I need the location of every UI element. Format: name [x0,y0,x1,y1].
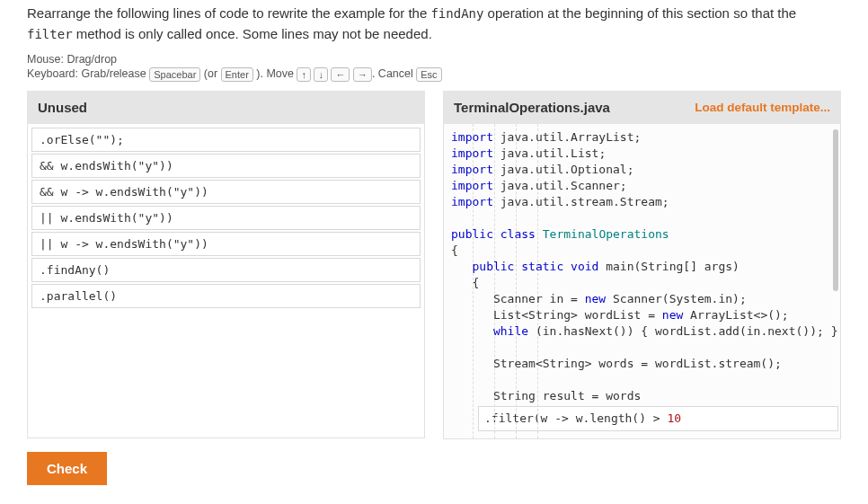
code-panel: TerminalOperations.java Load default tem… [443,91,841,439]
key-right: → [353,67,372,82]
unused-title: Unused [38,100,87,115]
unused-panel: Unused .orElse(""); && w.endsWith("y")) … [27,91,425,439]
drag-item[interactable]: && w -> w.endsWith("y")) [31,180,421,204]
code-line: String result = words [451,388,838,404]
key-enter: Enter [221,67,253,82]
code-line: import java.util.stream.Stream; [451,194,838,210]
unused-panel-header: Unused [27,91,425,124]
code-findany: findAny [430,6,483,21]
file-title: TerminalOperations.java [454,100,610,115]
code-line: Scanner in = new Scanner(System.in); [451,291,838,307]
code-drop-zone[interactable]: import java.util.ArrayList; import java.… [443,124,841,439]
code-line: while (in.hasNext()) { wordList.add(in.n… [451,323,838,340]
instructions-text: Rearrange the following lines of code to… [27,0,841,44]
key-left: ← [331,67,350,82]
drag-item[interactable]: .parallel() [31,284,421,308]
key-spacebar: Spacebar [149,67,200,82]
code-line: import java.util.List; [451,146,838,162]
hint-keyboard: Keyboard: Grab/release Spacebar (or Ente… [27,67,841,82]
unused-drop-zone[interactable]: .orElse(""); && w.endsWith("y")) && w ->… [27,124,425,438]
key-esc: Esc [416,67,441,82]
drag-item[interactable]: .orElse(""); [31,128,421,152]
code-panel-header: TerminalOperations.java Load default tem… [443,91,841,124]
check-button[interactable]: Check [27,452,107,485]
code-line: public class TerminalOperations [451,226,838,243]
key-up: ↑ [297,67,311,82]
code-line: Stream<String> words = wordList.stream()… [451,356,838,372]
placed-item-filter[interactable]: .filter(w -> w.length() > 10 [478,406,838,431]
code-line: import java.util.Scanner; [451,178,838,194]
keyboard-hints: Mouse: Drag/drop Keyboard: Grab/release … [27,53,841,82]
code-filter: filter [27,27,73,41]
drag-item[interactable]: || w -> w.endsWith("y")) [31,232,421,256]
drag-item[interactable]: || w.endsWith("y")) [31,206,421,230]
key-down: ↓ [314,67,328,82]
code-line: List<String> wordList = new ArrayList<>(… [451,307,838,323]
drag-item[interactable]: && w.endsWith("y")) [31,154,421,178]
load-default-link[interactable]: Load default template... [695,101,830,114]
code-line: import java.util.ArrayList; [451,129,838,146]
code-line: { [451,275,838,291]
code-line: import java.util.Optional; [451,162,838,178]
drag-item[interactable]: .findAny() [31,258,421,282]
hint-mouse: Mouse: Drag/drop [27,53,841,66]
code-line: public static void main(String[] args) [451,259,838,275]
code-line: { [451,243,838,259]
